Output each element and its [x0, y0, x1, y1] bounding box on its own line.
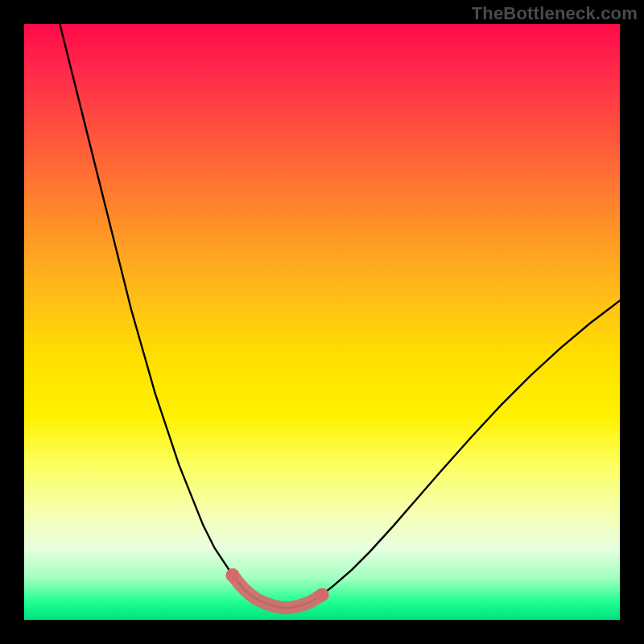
chart-stage: TheBottleneck.com [0, 0, 644, 644]
highlight-endcap [316, 588, 329, 601]
highlight-group [226, 568, 329, 608]
curve-svg [24, 24, 620, 620]
highlight-endcap [226, 568, 240, 582]
curve-group [60, 24, 620, 608]
valley-highlight [233, 576, 322, 609]
watermark-text: TheBottleneck.com [472, 3, 638, 24]
bottleneck-curve [60, 24, 620, 608]
plot-area [24, 24, 620, 620]
